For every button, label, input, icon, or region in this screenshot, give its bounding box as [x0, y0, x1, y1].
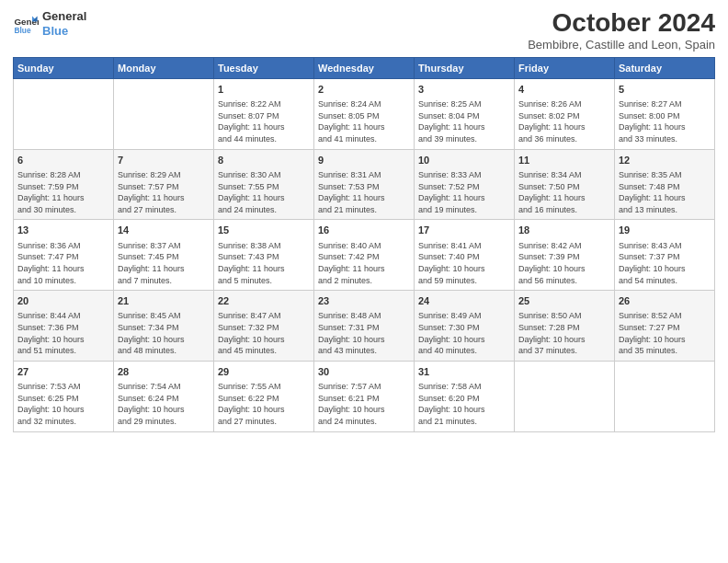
- day-number: 19: [619, 224, 711, 237]
- calendar-cell: 4Sunrise: 8:26 AM Sunset: 8:02 PM Daylig…: [515, 78, 615, 149]
- day-info: Sunrise: 8:49 AM Sunset: 7:30 PM Dayligh…: [418, 310, 510, 356]
- day-info: Sunrise: 8:43 AM Sunset: 7:37 PM Dayligh…: [619, 240, 711, 286]
- day-info: Sunrise: 7:58 AM Sunset: 6:20 PM Dayligh…: [418, 381, 510, 427]
- calendar-cell: [515, 361, 615, 431]
- day-info: Sunrise: 8:40 AM Sunset: 7:42 PM Dayligh…: [318, 240, 410, 286]
- day-info: Sunrise: 7:57 AM Sunset: 6:21 PM Dayligh…: [318, 381, 410, 427]
- day-number: 7: [118, 154, 210, 167]
- day-number: 15: [218, 224, 310, 237]
- calendar-cell: 12Sunrise: 8:35 AM Sunset: 7:48 PM Dayli…: [615, 149, 715, 220]
- day-info: Sunrise: 8:24 AM Sunset: 8:05 PM Dayligh…: [318, 98, 410, 144]
- calendar-cell: 29Sunrise: 7:55 AM Sunset: 6:22 PM Dayli…: [214, 361, 314, 431]
- day-number: 5: [619, 83, 711, 97]
- calendar-week-1: 1Sunrise: 8:22 AM Sunset: 8:07 PM Daylig…: [14, 78, 715, 149]
- calendar-table: SundayMondayTuesdayWednesdayThursdayFrid…: [13, 57, 715, 432]
- calendar-cell: 3Sunrise: 8:25 AM Sunset: 8:04 PM Daylig…: [415, 78, 515, 149]
- day-number: 2: [318, 83, 410, 97]
- calendar-week-2: 6Sunrise: 8:28 AM Sunset: 7:59 PM Daylig…: [14, 149, 715, 220]
- day-number: 31: [418, 365, 510, 379]
- day-info: Sunrise: 8:31 AM Sunset: 7:53 PM Dayligh…: [318, 169, 410, 215]
- day-number: 23: [318, 294, 410, 308]
- weekday-sunday: Sunday: [14, 57, 114, 78]
- day-number: 25: [518, 294, 610, 308]
- day-number: 3: [418, 83, 510, 97]
- weekday-tuesday: Tuesday: [214, 57, 314, 78]
- calendar-cell: 8Sunrise: 8:30 AM Sunset: 7:55 PM Daylig…: [214, 149, 314, 220]
- calendar-week-4: 20Sunrise: 8:44 AM Sunset: 7:36 PM Dayli…: [14, 291, 715, 362]
- day-number: 9: [318, 154, 410, 167]
- day-info: Sunrise: 8:52 AM Sunset: 7:27 PM Dayligh…: [619, 310, 711, 356]
- svg-text:Blue: Blue: [14, 25, 30, 34]
- calendar-cell: 23Sunrise: 8:48 AM Sunset: 7:31 PM Dayli…: [314, 291, 415, 362]
- day-info: Sunrise: 8:29 AM Sunset: 7:57 PM Dayligh…: [118, 169, 210, 215]
- day-info: Sunrise: 8:41 AM Sunset: 7:40 PM Dayligh…: [418, 240, 510, 286]
- calendar-cell: 11Sunrise: 8:34 AM Sunset: 7:50 PM Dayli…: [515, 149, 615, 220]
- calendar-cell: 31Sunrise: 7:58 AM Sunset: 6:20 PM Dayli…: [415, 361, 515, 431]
- day-number: 10: [418, 154, 510, 167]
- day-info: Sunrise: 8:34 AM Sunset: 7:50 PM Dayligh…: [518, 169, 610, 215]
- day-info: Sunrise: 8:38 AM Sunset: 7:43 PM Dayligh…: [218, 240, 310, 286]
- day-number: 20: [17, 294, 109, 308]
- day-info: Sunrise: 8:28 AM Sunset: 7:59 PM Dayligh…: [17, 169, 109, 215]
- day-info: Sunrise: 8:42 AM Sunset: 7:39 PM Dayligh…: [518, 240, 610, 286]
- day-info: Sunrise: 8:47 AM Sunset: 7:32 PM Dayligh…: [218, 310, 310, 356]
- weekday-wednesday: Wednesday: [314, 57, 415, 78]
- day-number: 18: [518, 224, 610, 237]
- calendar-cell: 25Sunrise: 8:50 AM Sunset: 7:28 PM Dayli…: [515, 291, 615, 362]
- day-number: 1: [218, 83, 310, 97]
- calendar-body: 1Sunrise: 8:22 AM Sunset: 8:07 PM Daylig…: [14, 78, 715, 431]
- day-info: Sunrise: 8:26 AM Sunset: 8:02 PM Dayligh…: [518, 98, 610, 144]
- day-number: 26: [619, 294, 711, 308]
- calendar-cell: [114, 78, 214, 149]
- day-info: Sunrise: 8:27 AM Sunset: 8:00 PM Dayligh…: [619, 98, 711, 144]
- calendar-header: SundayMondayTuesdayWednesdayThursdayFrid…: [14, 57, 715, 78]
- day-number: 14: [118, 224, 210, 237]
- day-number: 30: [318, 365, 410, 379]
- calendar-cell: 6Sunrise: 8:28 AM Sunset: 7:59 PM Daylig…: [14, 149, 114, 220]
- day-number: 29: [218, 365, 310, 379]
- calendar-cell: 16Sunrise: 8:40 AM Sunset: 7:42 PM Dayli…: [314, 220, 415, 291]
- calendar-page: General Blue General Blue October 2024 B…: [0, 0, 728, 563]
- day-info: Sunrise: 8:50 AM Sunset: 7:28 PM Dayligh…: [518, 310, 610, 356]
- day-number: 16: [318, 224, 410, 237]
- logo: General Blue General Blue: [13, 9, 86, 38]
- calendar-cell: 27Sunrise: 7:53 AM Sunset: 6:25 PM Dayli…: [14, 361, 114, 431]
- calendar-cell: 9Sunrise: 8:31 AM Sunset: 7:53 PM Daylig…: [314, 149, 415, 220]
- header: General Blue General Blue October 2024 B…: [13, 9, 715, 52]
- day-info: Sunrise: 8:22 AM Sunset: 8:07 PM Dayligh…: [218, 98, 310, 144]
- day-info: Sunrise: 8:44 AM Sunset: 7:36 PM Dayligh…: [17, 310, 109, 356]
- day-number: 4: [518, 83, 610, 97]
- calendar-cell: 10Sunrise: 8:33 AM Sunset: 7:52 PM Dayli…: [415, 149, 515, 220]
- calendar-cell: 5Sunrise: 8:27 AM Sunset: 8:00 PM Daylig…: [615, 78, 715, 149]
- calendar-cell: [615, 361, 715, 431]
- day-number: 13: [17, 224, 109, 237]
- logo-blue: Blue: [42, 24, 86, 39]
- day-number: 21: [118, 294, 210, 308]
- day-number: 6: [17, 154, 109, 167]
- day-info: Sunrise: 7:53 AM Sunset: 6:25 PM Dayligh…: [17, 381, 109, 427]
- day-number: 28: [118, 365, 210, 379]
- day-info: Sunrise: 8:48 AM Sunset: 7:31 PM Dayligh…: [318, 310, 410, 356]
- day-info: Sunrise: 8:30 AM Sunset: 7:55 PM Dayligh…: [218, 169, 310, 215]
- calendar-cell: 18Sunrise: 8:42 AM Sunset: 7:39 PM Dayli…: [515, 220, 615, 291]
- day-number: 27: [17, 365, 109, 379]
- day-info: Sunrise: 8:45 AM Sunset: 7:34 PM Dayligh…: [118, 310, 210, 356]
- calendar-cell: 21Sunrise: 8:45 AM Sunset: 7:34 PM Dayli…: [114, 291, 214, 362]
- calendar-cell: 26Sunrise: 8:52 AM Sunset: 7:27 PM Dayli…: [615, 291, 715, 362]
- weekday-thursday: Thursday: [415, 57, 515, 78]
- calendar-cell: 24Sunrise: 8:49 AM Sunset: 7:30 PM Dayli…: [415, 291, 515, 362]
- day-info: Sunrise: 8:25 AM Sunset: 8:04 PM Dayligh…: [418, 98, 510, 144]
- day-number: 8: [218, 154, 310, 167]
- weekday-header-row: SundayMondayTuesdayWednesdayThursdayFrid…: [14, 57, 715, 78]
- calendar-cell: 20Sunrise: 8:44 AM Sunset: 7:36 PM Dayli…: [14, 291, 114, 362]
- calendar-cell: 1Sunrise: 8:22 AM Sunset: 8:07 PM Daylig…: [214, 78, 314, 149]
- calendar-cell: 22Sunrise: 8:47 AM Sunset: 7:32 PM Dayli…: [214, 291, 314, 362]
- calendar-week-5: 27Sunrise: 7:53 AM Sunset: 6:25 PM Dayli…: [14, 361, 715, 431]
- day-number: 11: [518, 154, 610, 167]
- day-info: Sunrise: 7:55 AM Sunset: 6:22 PM Dayligh…: [218, 381, 310, 427]
- logo-icon: General Blue: [13, 11, 39, 37]
- calendar-cell: 15Sunrise: 8:38 AM Sunset: 7:43 PM Dayli…: [214, 220, 314, 291]
- calendar-cell: 17Sunrise: 8:41 AM Sunset: 7:40 PM Dayli…: [415, 220, 515, 291]
- day-number: 12: [619, 154, 711, 167]
- day-info: Sunrise: 8:35 AM Sunset: 7:48 PM Dayligh…: [619, 169, 711, 215]
